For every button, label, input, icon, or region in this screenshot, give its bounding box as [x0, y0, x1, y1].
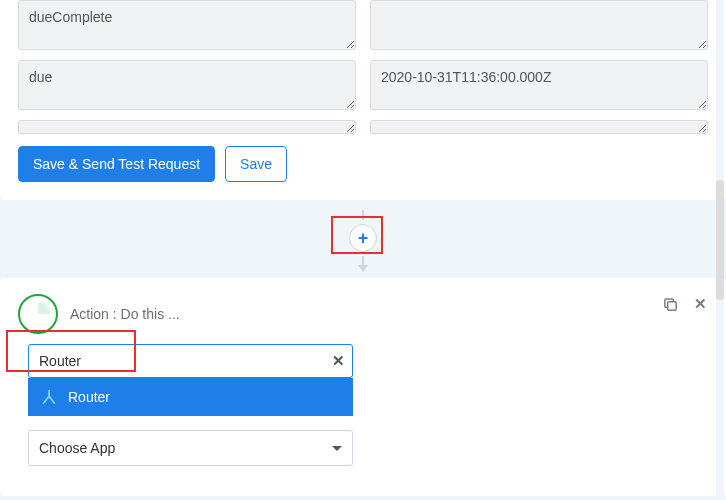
field-key-due[interactable]: [18, 60, 356, 110]
app-search: ✕: [28, 344, 353, 378]
field-row: [18, 60, 708, 110]
add-step-button[interactable]: +: [349, 224, 377, 252]
action-header: Action : Do this ...: [18, 294, 708, 334]
dropdown-option-router[interactable]: Router: [28, 378, 353, 416]
svg-rect-1: [667, 301, 675, 309]
app-avatar: [18, 294, 58, 334]
router-icon: [40, 388, 58, 406]
button-row: Save & Send Test Request Save: [18, 146, 708, 182]
arrow-down-icon: [358, 265, 368, 272]
choose-app-label: Choose App: [39, 440, 115, 456]
field-key-empty[interactable]: [18, 120, 356, 134]
close-icon[interactable]: ✕: [692, 296, 708, 312]
dropdown-option-label: Router: [68, 389, 110, 405]
choose-app-select[interactable]: Choose App: [28, 430, 353, 466]
app-search-input[interactable]: [28, 344, 353, 378]
panel-actions: ✕: [662, 296, 708, 312]
save-button[interactable]: Save: [225, 146, 287, 182]
clear-search-icon[interactable]: ✕: [332, 352, 345, 370]
field-value-empty[interactable]: [370, 120, 708, 134]
connector-bottom: +: [0, 496, 726, 500]
page-scrollbar-thumb[interactable]: [716, 180, 724, 300]
connector: +: [0, 200, 726, 278]
field-row: [18, 0, 708, 50]
copy-icon[interactable]: [662, 296, 678, 312]
action-panel: ✕ Action : Do this ... ✕ Router Choose A…: [0, 278, 726, 496]
page-scrollbar-track: [716, 0, 724, 500]
save-send-test-button[interactable]: Save & Send Test Request: [18, 146, 215, 182]
field-value-duecomplete[interactable]: [370, 0, 708, 50]
field-key-duecomplete[interactable]: [18, 0, 356, 50]
chevron-down-icon: [332, 446, 342, 451]
field-value-due[interactable]: [370, 60, 708, 110]
action-title: Action : Do this ...: [70, 306, 180, 322]
connector-line: [362, 210, 364, 220]
request-fields-panel: Save & Send Test Request Save: [0, 0, 726, 200]
field-row-empty: [18, 120, 708, 134]
